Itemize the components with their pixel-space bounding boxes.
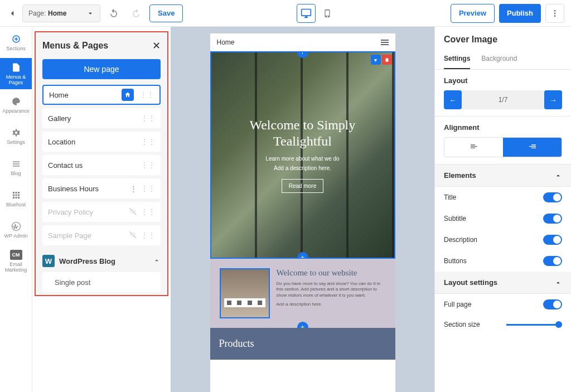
top-bar: Page: Home Save Preview Publish [0, 0, 571, 27]
more-icon[interactable]: ⋮ [130, 185, 137, 193]
cover-title[interactable]: Welcome to Simply Tealightful [222, 117, 383, 149]
mobile-device-button[interactable] [318, 4, 337, 23]
rail-wpadmin-label: WP Admin [4, 233, 28, 239]
page-item-gallery[interactable]: Gallery⋮⋮ [42, 108, 161, 128]
canvas-page-name: Home [217, 38, 235, 46]
rail-wpadmin[interactable]: WP Admin [0, 214, 32, 245]
page-item-label: Home [49, 91, 69, 99]
rail-blog[interactable]: Blog [0, 152, 32, 183]
toggle-label: Full page [444, 301, 471, 308]
drag-handle-icon[interactable]: ⋮⋮ [141, 114, 155, 123]
welcome-body[interactable]: Do you have more to say and show? You ca… [277, 281, 386, 298]
layout-settings-header[interactable]: Layout settings [435, 272, 571, 294]
rail-appearance[interactable]: Appearance [0, 89, 32, 120]
tab-background[interactable]: Background [481, 49, 517, 69]
rail-email-marketing[interactable]: CMEmail Marketing [0, 245, 32, 277]
toggle-label: Description [444, 236, 477, 244]
title-toggle[interactable] [543, 192, 562, 202]
canvas-area: Home ▾ Welcome to Simply Tealightful Lea… [171, 27, 434, 392]
welcome-section[interactable]: Welcome to our website Do you have more … [210, 259, 395, 328]
rail-appearance-label: Appearance [2, 108, 30, 114]
rail-sections[interactable]: Sections [0, 27, 32, 58]
cover-subtitle[interactable]: Learn more about what we do [222, 156, 383, 162]
rail-settings[interactable]: Settings [0, 120, 32, 152]
canvas[interactable]: Home ▾ Welcome to Simply Tealightful Lea… [210, 33, 395, 392]
layout-stepper: ← 1/7 → [444, 90, 562, 109]
rail-settings-label: Settings [7, 139, 25, 145]
slider-label: Section size [444, 321, 480, 328]
desktop-device-button[interactable] [297, 4, 316, 23]
svg-rect-8 [15, 194, 17, 196]
hidden-icon [128, 207, 137, 217]
drag-handle-icon[interactable]: ⋮⋮ [141, 207, 155, 216]
undo-button[interactable] [105, 4, 123, 22]
cover-description[interactable]: Add a description here. [222, 165, 383, 171]
redo-button[interactable] [127, 4, 145, 22]
drag-handle-icon[interactable]: ⋮⋮ [141, 161, 155, 170]
fullpage-toggle[interactable] [543, 299, 562, 309]
drag-handle-icon[interactable]: ⋮⋮ [141, 137, 155, 146]
section-settings-icon[interactable]: ▾ [371, 55, 381, 65]
rail-blog-label: Blog [11, 171, 21, 176]
cm-badge: CM [10, 250, 22, 260]
page-item-privacy[interactable]: Privacy Policy⋮⋮ [42, 202, 161, 222]
hamburger-icon[interactable] [381, 40, 389, 45]
elements-header[interactable]: Elements [435, 164, 571, 187]
tab-settings[interactable]: Settings [444, 49, 470, 69]
chevron-up-icon [153, 257, 161, 266]
page-label: Page: [28, 9, 46, 17]
drag-handle-icon[interactable]: ⋮⋮ [141, 231, 155, 240]
page-item-label: Location [48, 138, 75, 146]
description-toggle[interactable] [543, 235, 562, 245]
preview-button[interactable]: Preview [451, 4, 495, 23]
page-item-sample[interactable]: Sample Page⋮⋮ [42, 225, 161, 245]
close-icon[interactable]: ✕ [152, 40, 161, 52]
section-delete-icon[interactable] [382, 55, 392, 65]
welcome-title[interactable]: Welcome to our website [277, 268, 386, 278]
more-menu-button[interactable] [545, 4, 564, 23]
save-button[interactable]: Save [149, 4, 183, 22]
svg-rect-4 [13, 192, 14, 193]
cover-section[interactable]: ▾ Welcome to Simply Tealightful Learn mo… [210, 51, 395, 259]
page-item-home[interactable]: Home⋮⋮ [42, 85, 161, 105]
chevron-up-icon [554, 279, 562, 287]
back-arrow-icon[interactable] [7, 8, 18, 19]
products-section[interactable]: Products [210, 328, 395, 360]
page-selector[interactable]: Page: Home [22, 4, 100, 22]
page-item-label: Business Hours [48, 185, 99, 193]
elements-label: Elements [444, 171, 476, 180]
page-item-hours[interactable]: Business Hours⋮⋮⋮ [42, 178, 161, 199]
rail-menus-pages[interactable]: Menus & Pages [0, 58, 32, 89]
subtitle-toggle[interactable] [543, 214, 562, 224]
alignment-label: Alignment [444, 123, 562, 132]
page-item-single-post[interactable]: Single post [42, 272, 161, 292]
drag-handle-icon[interactable]: ⋮⋮ [141, 184, 155, 193]
rail-bluehost[interactable]: Bluehost [0, 183, 32, 214]
home-icon [122, 89, 134, 101]
panel-title: Menus & Pages [42, 41, 108, 51]
align-left-button[interactable] [503, 138, 562, 157]
buttons-toggle[interactable] [543, 256, 562, 266]
page-item-location[interactable]: Location⋮⋮ [42, 132, 161, 152]
canvas-header: Home [210, 33, 395, 51]
svg-rect-7 [13, 194, 14, 196]
chevron-up-icon [554, 172, 562, 180]
welcome-image[interactable] [220, 268, 270, 318]
section-size-slider[interactable] [506, 324, 562, 326]
new-page-button[interactable]: New page [42, 59, 161, 79]
drag-handle-icon[interactable]: ⋮⋮ [139, 90, 154, 99]
align-right-button[interactable] [444, 138, 503, 157]
page-item-contact[interactable]: Contact us⋮⋮ [42, 155, 161, 175]
wordpress-blog-row[interactable]: W WordPress Blog [42, 250, 161, 272]
welcome-description[interactable]: Add a description here. [277, 302, 386, 307]
publish-button[interactable]: Publish [499, 4, 541, 23]
device-switcher [187, 4, 446, 23]
layout-next-button[interactable]: → [544, 90, 562, 109]
layout-prev-button[interactable]: ← [444, 90, 462, 109]
products-title[interactable]: Products [219, 338, 386, 350]
rail-email-label: Email Marketing [1, 262, 31, 273]
page-value: Home [48, 9, 66, 17]
toggle-label: Title [444, 193, 456, 201]
cover-cta-button[interactable]: Read more [282, 179, 323, 193]
sidebar-tabs: Settings Background [435, 49, 571, 70]
